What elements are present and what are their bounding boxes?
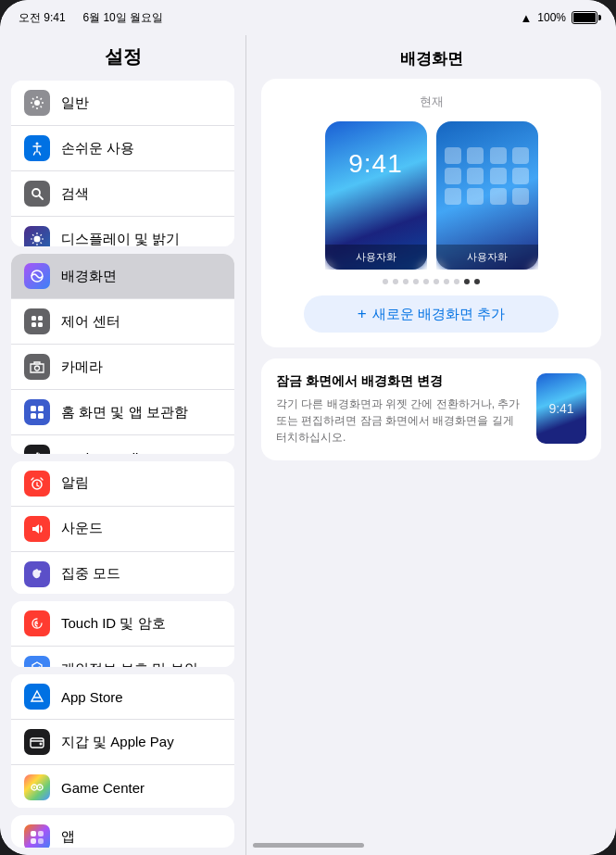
status-bar: 오전 9:41 6월 10일 월요일 ▲ 100% (0, 0, 616, 35)
sidebar-label-wallpaper: 배경화면 (61, 268, 117, 285)
sidebar-label-camera: 카메라 (61, 358, 103, 376)
svg-rect-13 (38, 322, 43, 327)
svg-point-14 (35, 366, 40, 371)
applepencil-icon (24, 445, 50, 453)
controlcenter-icon (24, 308, 50, 334)
sidebar-item-display[interactable]: 디스플레이 및 밝기 (11, 217, 234, 246)
sidebar-item-appstore[interactable]: App Store (11, 674, 234, 720)
alarm-icon (24, 471, 50, 497)
sidebar-item-wallet[interactable]: 지갑 및 Apple Pay (11, 720, 234, 765)
dot-7 (444, 279, 449, 284)
settings-group-5: App Store 지갑 및 Apple Pay (11, 674, 234, 807)
sidebar-label-general: 일반 (61, 94, 89, 112)
sidebar-item-controlcenter[interactable]: 제어 센터 (11, 299, 234, 345)
app-icon-4 (512, 147, 529, 164)
svg-point-4 (34, 236, 41, 243)
battery-percent: 100% (537, 11, 566, 24)
add-wallpaper-label: 새로운 배경화면 추가 (372, 306, 505, 323)
sidebar-label-sound: 사운드 (61, 520, 103, 537)
sidebar-item-alarm[interactable]: 알림 (11, 461, 234, 507)
sidebar-item-accessibility[interactable]: 손쉬운 사용 (11, 126, 234, 171)
home-screen-badge: 사용자화 (436, 245, 538, 270)
lock-preview-time: 9:41 (548, 401, 573, 416)
status-time: 오전 9:41 6월 10일 월요일 (19, 10, 163, 26)
sidebar-label-touchid: Touch ID 및 암호 (61, 615, 166, 633)
page-indicator-dots (276, 279, 586, 284)
wallpaper-previews: 9:41 사용자화 (276, 121, 586, 270)
search-icon (24, 181, 50, 207)
dot-9 (464, 279, 470, 284)
display-icon (24, 226, 50, 246)
settings-group-1: 일반 손쉬운 사용 (11, 81, 234, 246)
add-wallpaper-button[interactable]: + 새로운 배경화면 추가 (304, 295, 559, 333)
sidebar-item-applepencil[interactable]: Apple Pencil (11, 435, 234, 453)
lock-screen-preview[interactable]: 9:41 사용자화 (325, 121, 427, 270)
sidebar-label-alarm: 알림 (61, 474, 89, 492)
svg-rect-15 (31, 406, 36, 411)
sidebar-item-gamecenter[interactable]: Game Center (11, 765, 234, 807)
sidebar-label-controlcenter: 제어 센터 (61, 313, 120, 331)
sidebar-label-applepencil: Apple Pencil (61, 450, 138, 454)
home-indicator (253, 843, 364, 848)
svg-rect-10 (31, 316, 36, 321)
wifi-icon: ▲ (520, 11, 532, 25)
app-icon-6 (467, 168, 484, 184)
current-label: 현재 (276, 94, 586, 110)
sidebar-label-homescreen: 홈 화면 및 앱 보관함 (61, 404, 188, 421)
sidebar-item-apps[interactable]: 앱 (11, 815, 234, 848)
sidebar-item-wallpaper[interactable]: 배경화면 (11, 254, 234, 299)
svg-rect-32 (31, 838, 36, 844)
lock-change-title: 잠금 화면에서 배경화면 변경 (276, 373, 525, 390)
status-indicators: ▲ 100% (520, 11, 597, 25)
home-screen-icons (436, 140, 538, 212)
app-icon-2 (467, 147, 484, 164)
svg-rect-12 (31, 322, 36, 327)
lock-preview-thumbnail: 9:41 (536, 373, 586, 444)
sidebar-item-touchid[interactable]: Touch ID 및 암호 (11, 601, 234, 647)
svg-rect-17 (31, 413, 36, 419)
apps-icon (24, 824, 50, 848)
sidebar-item-camera[interactable]: 카메라 (11, 345, 234, 390)
settings-group-2: 배경화면 제어 센터 (11, 254, 234, 453)
sidebar-label-search: 검색 (61, 185, 89, 203)
settings-group-6: 앱 (11, 815, 234, 848)
dot-5 (423, 279, 429, 284)
dot-10 (474, 279, 480, 284)
sidebar-label-appstore: App Store (61, 689, 123, 705)
focus-icon (24, 561, 50, 587)
camera-icon (24, 354, 50, 380)
sidebar-label-gamecenter: Game Center (61, 780, 145, 796)
battery-fill (573, 13, 596, 22)
app-icon-1 (445, 147, 461, 164)
sidebar-item-homescreen[interactable]: 홈 화면 및 앱 보관함 (11, 390, 234, 435)
dot-3 (403, 279, 409, 284)
sidebar-item-general[interactable]: 일반 (11, 81, 234, 126)
dot-2 (393, 279, 398, 284)
settings-group-3: 알림 사운드 (11, 461, 234, 594)
svg-point-28 (33, 786, 35, 788)
sidebar-title: 설정 (0, 35, 245, 81)
date-display: 6월 10일 월요일 (82, 11, 163, 24)
right-panel: 배경화면 현재 9:41 사용자화 (246, 35, 616, 855)
app-icon-7 (490, 168, 507, 184)
sidebar-label-apps: 앱 (61, 828, 75, 846)
main-content: 설정 일반 (0, 35, 616, 855)
sidebar-item-sound[interactable]: 사운드 (11, 507, 234, 552)
home-screen-preview[interactable]: 사용자화 (436, 121, 538, 270)
sidebar: 설정 일반 (0, 35, 245, 855)
svg-point-21 (39, 570, 42, 572)
wallet-icon (24, 729, 50, 755)
svg-rect-33 (38, 838, 44, 844)
app-icon-11 (490, 188, 507, 205)
svg-point-0 (34, 100, 40, 106)
sidebar-item-search[interactable]: 검색 (11, 171, 234, 217)
svg-point-23 (36, 622, 38, 624)
lock-change-card: 잠금 화면에서 배경화면 변경 각기 다른 배경화면과 위젯 간에 전환하거나,… (261, 358, 601, 460)
ipad-screen: 오전 9:41 6월 10일 월요일 ▲ 100% 설정 (0, 0, 616, 855)
time-display: 오전 9:41 (19, 11, 66, 24)
sidebar-item-privacy[interactable]: 개인정보 보호 및 보안 (11, 647, 234, 667)
svg-rect-11 (38, 316, 43, 321)
svg-rect-18 (38, 413, 44, 419)
sidebar-item-focus[interactable]: 집중 모드 (11, 552, 234, 594)
app-icon-12 (512, 188, 529, 205)
